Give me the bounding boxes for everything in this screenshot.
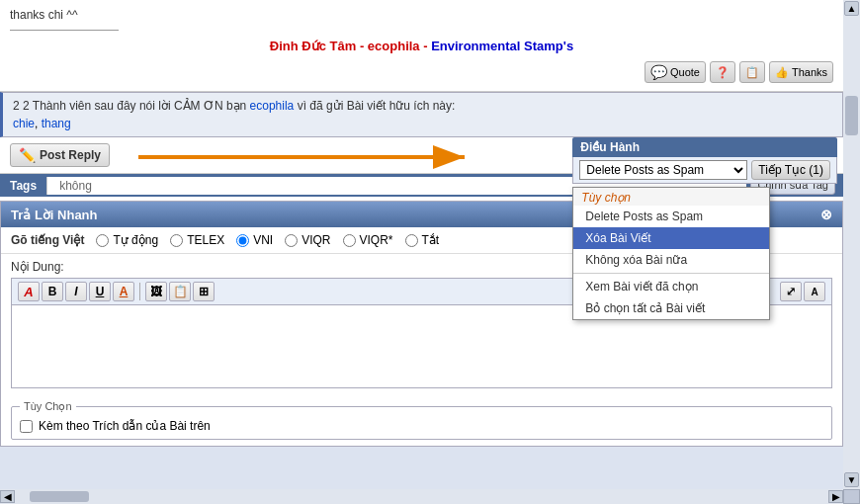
btn3-icon: 📋	[745, 66, 759, 79]
thanks-label: Thanks	[792, 66, 827, 78]
radio-tat[interactable]: Tắt	[405, 233, 440, 247]
tags-value: không	[55, 177, 96, 195]
member-link-chie[interactable]: chie	[13, 117, 35, 130]
post-reply-label: Post Reply	[40, 148, 101, 162]
toolbar-image-btn[interactable]: 🖼	[145, 282, 167, 301]
tuy-chon-checkbox-label: Kèm theo Trích dẫn của Bài trên	[39, 419, 211, 433]
post-content: thanks chi ^^ Đinh Đức Tâm - ecophila - …	[0, 0, 843, 92]
toolbar-table-btn[interactable]: ⊞	[193, 282, 215, 301]
dropdown-divider	[573, 273, 769, 274]
thanks-icon: 👍	[775, 66, 789, 79]
scroll-right-arrow[interactable]: ▶	[828, 490, 843, 503]
scroll-up-arrow[interactable]: ▲	[844, 1, 859, 16]
radio-vni-input[interactable]	[236, 234, 249, 247]
radio-vni-label: VNI	[253, 233, 273, 247]
tuy-chon-fieldset: Tùy Chọn Kèm theo Trích dẫn của Bài trên	[11, 400, 832, 440]
radio-viqr-input[interactable]	[285, 234, 298, 247]
tra-loi-title: Trả Lời Nhanh	[11, 208, 98, 222]
toolbar-sep1	[139, 283, 140, 300]
tuy-chon-checkbox[interactable]	[20, 420, 33, 433]
thankyou-links: chie, thang	[13, 117, 832, 130]
radio-tu-dong[interactable]: Tự động	[96, 233, 158, 247]
thanks-button[interactable]: 👍 Thanks	[769, 61, 833, 83]
dieu-hanh-row: Delete Posts as Spam Xóa Bài Viết Không …	[572, 157, 837, 184]
scroll-track	[843, 17, 860, 504]
dropdown-menu: Tùy chọn Delete Posts as Spam Xóa Bài Vi…	[572, 187, 770, 320]
post-title-red: Đinh Đức Tâm - ecophila -	[270, 39, 431, 53]
dropdown-item-xoa-bai[interactable]: Xóa Bài Viết	[573, 227, 769, 249]
toolbar-font-btn[interactable]: A	[18, 282, 40, 301]
quote-icon: 💬	[650, 64, 667, 80]
tuy-chon-label: Tùy chọn	[573, 188, 769, 206]
toolbar-insert-btn[interactable]: 📋	[169, 282, 191, 301]
post-text: thanks chi ^^	[10, 8, 833, 26]
thankyou-text2: vì đã gửi Bài viết hữu ích này:	[298, 99, 456, 113]
scrollbar-bottom: ◀ ▶	[0, 489, 843, 504]
post-divider	[10, 30, 119, 31]
dropdown-item-delete-spam[interactable]: Delete Posts as Spam	[573, 206, 769, 227]
scroll-down-arrow[interactable]: ▼	[844, 472, 859, 487]
arrow-overlay	[129, 139, 544, 178]
radio-viqr-label: VIQR	[301, 233, 330, 247]
radio-telex[interactable]: TELEX	[170, 233, 224, 247]
post-title: Đinh Đức Tâm - ecophila - Environmental …	[10, 35, 833, 57]
tuy-chon-row: Kèm theo Trích dẫn của Bài trên	[20, 417, 823, 435]
scroll-left-arrow[interactable]: ◀	[0, 490, 15, 503]
dropdown-item-xem-bai[interactable]: Xem Bài viết đã chọn	[573, 276, 769, 297]
radio-telex-label: TELEX	[187, 233, 224, 247]
dropdown-item-bo-chon[interactable]: Bỏ chọn tất cả Bài viết	[573, 297, 769, 319]
dieu-hanh-select[interactable]: Delete Posts as Spam Xóa Bài Viết Không …	[579, 160, 747, 180]
quote-label: Quote	[670, 66, 700, 78]
radio-tat-input[interactable]	[405, 234, 418, 247]
post-reply-button[interactable]: ✏️ Post Reply	[10, 143, 110, 167]
radio-tu-dong-label: Tự động	[113, 233, 158, 247]
scroll-thumb-right[interactable]	[845, 96, 858, 135]
btn2[interactable]: ❓	[710, 61, 735, 83]
radio-viqr-star[interactable]: VIQR*	[343, 233, 393, 247]
post-title-blue: Environmental Stamp's	[431, 39, 573, 53]
go-tieng-viet-label: Gõ tiếng Việt	[11, 233, 84, 247]
thankyou-text: 2 2 Thành viên sau đây nói lời CẢM ƠN bạ…	[13, 99, 832, 113]
post-actions: 💬 Quote ❓ 📋 👍 Thanks	[10, 57, 833, 87]
quote-button[interactable]: 💬 Quote	[645, 61, 706, 83]
toolbar-bold-btn[interactable]: B	[42, 282, 63, 301]
radio-telex-input[interactable]	[170, 234, 183, 247]
toolbar-resize2-btn[interactable]: A	[804, 282, 825, 301]
toolbar-underline-btn[interactable]: U	[89, 282, 111, 301]
thankyou-count: 2	[13, 99, 20, 113]
collapse-icon[interactable]: ⊗	[820, 207, 832, 222]
dieu-hanh-header: Điều Hành	[572, 137, 837, 157]
scroll-corner	[843, 489, 860, 504]
tags-header: Tags	[0, 175, 46, 197]
tuy-chon-legend: Tùy Chọn	[20, 400, 76, 413]
arrow-svg	[129, 139, 544, 175]
toolbar-color-btn[interactable]: A	[113, 282, 134, 301]
radio-vni[interactable]: VNI	[236, 233, 273, 247]
reply-icon: ✏️	[19, 147, 36, 163]
member-link-thang[interactable]: thang	[42, 117, 71, 130]
dieu-hanh-panel: Điều Hành Delete Posts as Spam Xóa Bài V…	[572, 137, 837, 184]
btn3[interactable]: 📋	[739, 61, 765, 83]
dropdown-item-khong-xoa[interactable]: Không xóa Bài nữa	[573, 249, 769, 271]
toolbar-italic-btn[interactable]: I	[65, 282, 87, 301]
thankyou-section: 2 2 Thành viên sau đây nói lời CẢM ƠN bạ…	[0, 92, 843, 137]
thankyou-text1: 2 Thành viên sau đây nói lời CẢM ƠN bạn	[23, 99, 246, 113]
radio-viqr-star-label: VIQR*	[360, 233, 393, 247]
btn2-icon: ❓	[716, 66, 730, 79]
toolbar-resize1-btn[interactable]: ⤢	[780, 282, 802, 301]
post-reply-row: ✏️ Post Reply Đi	[0, 137, 843, 174]
scrollbar-right: ▲ ▼	[843, 0, 860, 504]
radio-viqr-star-input[interactable]	[343, 234, 356, 247]
scroll-thumb-h[interactable]	[30, 491, 89, 502]
radio-viqr[interactable]: VIQR	[285, 233, 330, 247]
radio-tu-dong-input[interactable]	[96, 234, 109, 247]
radio-tat-label: Tắt	[422, 233, 440, 247]
thankyou-link[interactable]: ecophila	[250, 99, 295, 113]
tiep-tuc-button[interactable]: Tiếp Tục (1)	[751, 160, 830, 180]
